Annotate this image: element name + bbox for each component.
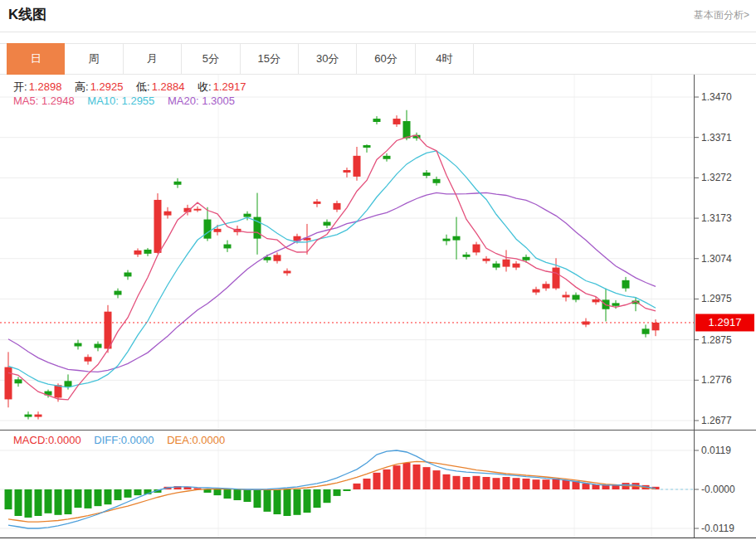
svg-text:1.2975: 1.2975: [701, 293, 732, 304]
tab-6[interactable]: 30分: [299, 43, 357, 75]
ma10-readout: MA10: 1.2955: [87, 95, 154, 107]
svg-text:1.2677: 1.2677: [701, 415, 732, 426]
svg-text:1.3470: 1.3470: [701, 91, 732, 103]
candlesticks: [5, 110, 660, 420]
svg-text:1.2776: 1.2776: [701, 374, 732, 386]
open-readout: 开:1.2898: [13, 80, 61, 93]
macd-readout: MACD:0.0000 DIFF:0.0000 DEA:0.0000: [13, 434, 235, 446]
svg-text:1.3371: 1.3371: [701, 132, 732, 144]
close-readout: 收:1.2917: [198, 80, 246, 93]
tab-2[interactable]: 周: [65, 43, 123, 75]
tab-4[interactable]: 5分: [182, 43, 240, 75]
ohlc-readout: 开:1.2898 高:1.2925 低:1.2884 收:1.2917: [13, 80, 256, 95]
svg-text:1.3272: 1.3272: [701, 172, 732, 183]
current-price-marker: 1.2917: [0, 314, 754, 331]
ma5-line: [8, 135, 656, 400]
ma5-readout: MA5: 1.2948: [13, 95, 75, 107]
dea-value: DEA:0.0000: [167, 434, 225, 446]
svg-text:-0.0000: -0.0000: [701, 484, 735, 495]
diff-value: DIFF:0.0000: [94, 434, 154, 446]
svg-text:-0.0119: -0.0119: [701, 523, 734, 534]
low-readout: 低:1.2884: [136, 80, 184, 93]
svg-text:1.2917: 1.2917: [709, 316, 742, 328]
svg-text:1.2875: 1.2875: [701, 334, 732, 346]
svg-text:1.3173: 1.3173: [701, 212, 732, 224]
macd-axis-labels: 0.0119-0.0000-0.0119: [695, 445, 736, 534]
tab-1[interactable]: 日: [7, 43, 65, 75]
period-tabs: 日周月5分15分30分60分4时: [7, 43, 474, 75]
macd-histogram: [5, 463, 660, 518]
tab-3[interactable]: 月: [124, 43, 182, 75]
svg-text:0.0119: 0.0119: [701, 445, 731, 456]
macd-value: MACD:0.0000: [13, 434, 81, 446]
tab-8[interactable]: 4时: [416, 43, 474, 75]
ma-readout: MA5: 1.2948 MA10: 1.2955 MA20: 1.3005: [13, 95, 245, 107]
svg-text:1.3074: 1.3074: [701, 253, 732, 265]
high-readout: 高:1.2925: [75, 80, 123, 93]
ma-lines: [8, 135, 656, 400]
price-axis-labels: 1.34701.33711.32721.31731.30741.29751.28…: [695, 91, 733, 426]
gridlines: [0, 75, 695, 538]
tab-7[interactable]: 60分: [357, 43, 415, 75]
tab-5[interactable]: 15分: [241, 43, 299, 75]
ma20-readout: MA20: 1.3005: [168, 95, 235, 107]
